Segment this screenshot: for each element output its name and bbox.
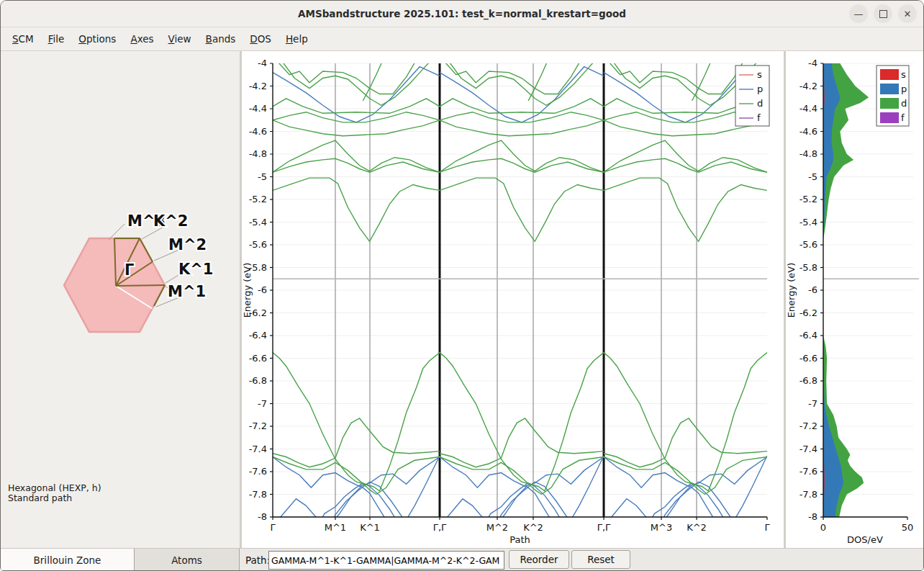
legend-label-f: f: [901, 112, 905, 123]
y-tick-label: -4: [258, 58, 267, 68]
legend-label-d: d: [757, 98, 763, 109]
y-tick-label: -6.4: [800, 330, 817, 341]
y-tick-label: -4.6: [249, 126, 267, 137]
y-tick-label: -7: [258, 398, 267, 409]
x-tick-label: M^1: [325, 522, 346, 533]
menu-item-help[interactable]: Help: [278, 30, 315, 48]
band-line-d: [448, 60, 595, 105]
y-tick-label: -7.8: [800, 489, 817, 500]
x-tick-label: K^2: [523, 522, 543, 533]
band-line-p: [604, 457, 767, 488]
y-tick-label: -5.4: [249, 217, 267, 228]
band-line-d: [273, 158, 440, 172]
title-bar: AMSbandstructure 2025.101: test_k=normal…: [1, 1, 923, 27]
maximize-button[interactable]: [874, 4, 892, 23]
menu-item-dos[interactable]: DOS: [243, 30, 278, 48]
y-tick-label: -7.8: [249, 489, 267, 500]
menu-item-view[interactable]: View: [161, 30, 199, 48]
y-tick-label: -5.6: [249, 239, 267, 250]
menu-bar: SCMFileOptionsAxesViewBandsDOSHelp: [1, 27, 923, 51]
x-axis-title: Path: [509, 534, 530, 545]
y-tick-label: -8: [808, 511, 817, 522]
y-tick-label: -4.6: [800, 126, 817, 137]
brillouin-zone-panel: M^3K^2M^2ΓK^1M^1 Hexagonal (HEXP, h) Sta…: [1, 51, 240, 548]
y-tick-label: -6.8: [249, 375, 267, 386]
menu-item-axes[interactable]: Axes: [123, 30, 160, 48]
legend-swatch-s: [880, 69, 899, 80]
x-axis-title: DOS/eV: [847, 534, 883, 545]
close-button[interactable]: ✕: [898, 4, 917, 23]
reorder-button[interactable]: Reorder: [509, 550, 569, 569]
band-structure-panel: -4-4.2-4.4-4.6-4.8-5-5.2-5.4-5.6-5.8-6-6…: [242, 51, 784, 548]
bz-label-k1: K^1: [178, 261, 213, 278]
band-line-d: [692, 60, 712, 101]
y-tick-label: -4.8: [249, 148, 267, 159]
window-controls: — ✕: [849, 4, 917, 23]
legend-label-s: s: [757, 69, 762, 80]
window-title: AMSbandstructure 2025.101: test_k=normal…: [298, 8, 626, 19]
y-tick-label: -5: [258, 171, 267, 182]
y-tick-label: -6: [808, 284, 817, 295]
x-tick-label: 50: [902, 522, 914, 533]
y-tick-label: -6.4: [249, 330, 267, 341]
y-tick-label: -4: [808, 58, 817, 68]
band-line-p: [273, 456, 440, 532]
legend-swatch-p: [880, 84, 899, 94]
y-tick-label: -5: [808, 171, 817, 182]
bz-label-k2-overlap: K^2: [153, 212, 188, 230]
maximize-icon: [879, 10, 887, 18]
band-line-d: [604, 353, 767, 491]
x-tick-label: Γ: [764, 522, 770, 533]
band-line-p: [273, 457, 440, 488]
band-line-d: [273, 99, 440, 114]
dos-plot[interactable]: -4-4.2-4.4-4.6-4.8-5-5.2-5.4-5.6-5.8-6-6…: [786, 51, 924, 548]
legend-label-p: p: [757, 84, 763, 94]
path-type-text: Standard path: [8, 493, 101, 503]
y-tick-label: -6: [258, 284, 267, 295]
band-line-d: [276, 60, 417, 94]
band-line-d: [273, 418, 440, 467]
y-tick-label: -5.8: [800, 262, 817, 273]
minimize-button[interactable]: —: [849, 4, 868, 23]
y-tick-label: -4.8: [800, 148, 817, 159]
bz-label-m1: M^1: [168, 283, 206, 300]
path-controls: Path: Reorder Reset: [240, 549, 924, 571]
bz-label-gamma: Γ: [124, 261, 134, 279]
minimize-icon: —: [854, 9, 864, 19]
x-tick-label: M^2: [486, 522, 508, 533]
lattice-type-text: Hexagonal (HEXP, h): [8, 483, 101, 493]
y-tick-label: -7.6: [249, 466, 267, 477]
band-line-d: [440, 418, 604, 467]
band-line-d: [440, 178, 604, 241]
path-input[interactable]: [268, 551, 504, 570]
x-tick-label: Γ,Γ: [433, 522, 447, 533]
menu-item-scm[interactable]: SCM: [5, 30, 41, 48]
band-line-d: [273, 353, 440, 491]
y-tick-label: -4.4: [249, 103, 267, 114]
band-line-d: [604, 418, 767, 467]
menu-item-bands[interactable]: Bands: [199, 30, 243, 48]
reset-button[interactable]: Reset: [571, 550, 630, 569]
band-line-d: [604, 178, 767, 241]
band-line-d: [273, 178, 440, 241]
legend-label-p: p: [901, 84, 907, 94]
x-tick-label: K^1: [360, 522, 380, 533]
tab-atoms[interactable]: Atoms: [135, 549, 240, 571]
menu-item-file[interactable]: File: [41, 30, 72, 48]
y-tick-label: -6.6: [800, 353, 817, 364]
band-structure-plot[interactable]: -4-4.2-4.4-4.6-4.8-5-5.2-5.4-5.6-5.8-6-6…: [242, 51, 784, 548]
dos-panel: -4-4.2-4.4-4.6-4.8-5-5.2-5.4-5.6-5.8-6-6…: [786, 51, 924, 548]
band-line-d: [273, 112, 440, 122]
band-line-p: [440, 457, 604, 488]
tab-brillouin-zone[interactable]: Brillouin Zone: [1, 549, 135, 571]
bz-path-line: [116, 285, 165, 286]
y-tick-label: -6.6: [249, 353, 267, 364]
brillouin-zone-drawing[interactable]: M^3K^2M^2ΓK^1M^1: [1, 51, 240, 548]
tab-brillouin-zone-label: Brillouin Zone: [34, 554, 101, 566]
lattice-caption: Hexagonal (HEXP, h) Standard path: [8, 483, 101, 503]
y-tick-label: -7.4: [800, 444, 817, 454]
x-tick-label: Γ,Γ: [597, 522, 611, 533]
band-line-d: [443, 60, 581, 94]
y-tick-label: -5.4: [800, 217, 817, 228]
menu-item-options[interactable]: Options: [71, 30, 123, 48]
